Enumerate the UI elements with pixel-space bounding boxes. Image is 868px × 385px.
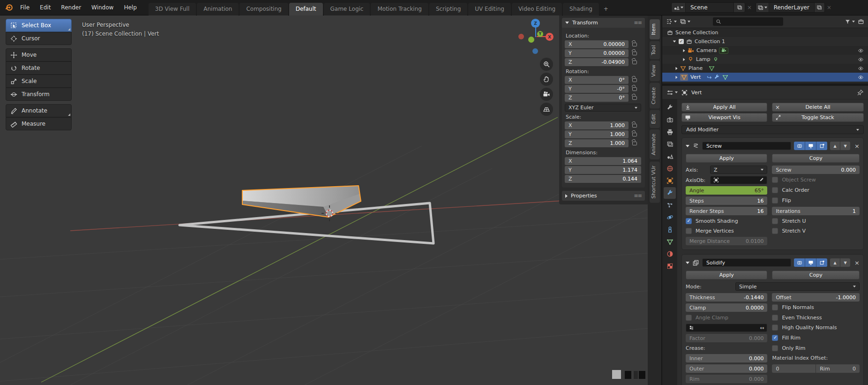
object-data-tab[interactable] xyxy=(664,236,676,248)
render-tab[interactable] xyxy=(664,114,676,126)
move-modifier-down-button[interactable]: ▼ xyxy=(840,142,850,150)
scale-y-field[interactable]: Y1.000 xyxy=(565,130,629,138)
screw-realtime-toggle[interactable] xyxy=(805,142,816,150)
material-tab[interactable] xyxy=(664,248,676,260)
scene-icon[interactable] xyxy=(672,3,686,12)
apply-all-button[interactable]: Apply All xyxy=(681,103,767,112)
stretch-u-checkbox[interactable] xyxy=(772,218,778,224)
workspace-tab-game-logic[interactable]: Game Logic xyxy=(324,3,370,15)
angle-clamp-checkbox[interactable] xyxy=(686,315,692,321)
pin-icon[interactable] xyxy=(857,89,864,96)
scene-tab[interactable] xyxy=(664,151,676,162)
outliner-row-collection-1[interactable]: ✓ Collection 1 xyxy=(662,37,868,46)
even-thickness-checkbox[interactable] xyxy=(772,315,778,321)
hide-eye-icon[interactable] xyxy=(857,48,864,53)
crease-inner-field[interactable]: Inner0.000 xyxy=(686,354,767,362)
remove-modifier-button[interactable]: × xyxy=(854,259,860,266)
tool-move[interactable]: Move xyxy=(6,48,72,61)
navigation-gizmo[interactable]: Z X Y xyxy=(509,16,560,68)
smooth-shading-checkbox[interactable] xyxy=(686,218,692,224)
panel-grip-icon[interactable]: ≡≡ xyxy=(634,20,642,26)
material-rim-offset-field[interactable]: Rim0 xyxy=(816,364,860,373)
gizmo-z-ball[interactable]: Z xyxy=(531,19,540,28)
workspace-tab-3d-view-full[interactable]: 3D View Full xyxy=(149,3,196,15)
stretch-v-checkbox[interactable] xyxy=(772,228,778,234)
lock-icon[interactable] xyxy=(632,124,637,128)
gizmo-y-ball[interactable]: Y xyxy=(537,31,543,37)
gizmo-z-neg-ball[interactable] xyxy=(532,48,538,54)
lock-icon[interactable] xyxy=(632,87,637,91)
ortho-toggle-button[interactable] xyxy=(540,103,553,116)
invert-vgroup-icon[interactable]: ↔ xyxy=(760,325,764,331)
tool-select-box[interactable]: Select Box xyxy=(6,19,72,32)
lock-icon[interactable] xyxy=(632,142,637,145)
location-z-field[interactable]: Z-0.04900 xyxy=(565,58,629,66)
disclosure-triangle-icon[interactable] xyxy=(676,67,678,69)
pan-button[interactable] xyxy=(540,73,553,86)
outliner-row-scene-collection[interactable]: Scene Collection xyxy=(662,28,868,37)
swatch-dark-1[interactable] xyxy=(625,371,631,379)
object-tab[interactable] xyxy=(664,175,676,187)
transform-panel-header[interactable]: Transform ≡≡ xyxy=(562,18,645,28)
screw-screw-field[interactable]: Screw0.000 xyxy=(772,166,860,174)
texture-tab[interactable] xyxy=(664,260,676,272)
flip-normals-checkbox[interactable] xyxy=(772,304,778,310)
sidebar-tab-view[interactable]: View xyxy=(650,60,660,81)
hide-eye-icon[interactable] xyxy=(857,66,864,71)
move-modifier-down-button[interactable]: ▼ xyxy=(840,258,850,267)
gizmo-x-ball[interactable]: X xyxy=(546,33,554,41)
screw-copy-button[interactable]: Copy xyxy=(772,154,860,163)
sidebar-tab-item[interactable]: Item xyxy=(650,19,660,39)
menu-edit[interactable]: Edit xyxy=(35,0,56,15)
dimensions-x-field[interactable]: X1.064 xyxy=(565,157,641,165)
particles-tab[interactable] xyxy=(664,199,676,211)
high-quality-normals-checkbox[interactable] xyxy=(772,325,778,331)
expand-arrow-icon[interactable] xyxy=(686,145,689,147)
scene-new-copy-button[interactable] xyxy=(733,3,745,12)
fill-rim-checkbox[interactable] xyxy=(772,335,778,341)
tool-scale[interactable]: Scale xyxy=(6,75,72,88)
screw-name-field[interactable]: Screw xyxy=(702,142,791,150)
workspace-tab-motion-tracking[interactable]: Motion Tracking xyxy=(371,3,428,15)
menu-render[interactable]: Render xyxy=(56,0,86,15)
3d-viewport[interactable]: User Perspective (17) Scene Collection |… xyxy=(0,15,661,385)
blender-logo[interactable] xyxy=(0,3,15,12)
render-layer-unlink-button[interactable]: × xyxy=(827,4,831,11)
solidify-realtime-toggle[interactable] xyxy=(805,258,816,267)
vertex-group-field[interactable]: ↔ xyxy=(686,324,767,332)
lock-icon[interactable] xyxy=(632,43,637,46)
lock-icon[interactable] xyxy=(632,133,637,136)
only-rim-checkbox[interactable] xyxy=(772,345,778,351)
factor-field[interactable]: Factor0.000 xyxy=(686,334,767,342)
workspace-tab-shading[interactable]: Shading xyxy=(563,3,599,15)
new-collection-button[interactable] xyxy=(858,18,864,25)
flip-checkbox[interactable] xyxy=(772,197,778,204)
outliner-filter-display-dropdown[interactable] xyxy=(680,18,690,25)
modifiers-tab[interactable] xyxy=(664,187,676,199)
swatch-light[interactable] xyxy=(612,370,621,379)
merge-distance-field[interactable]: Merge Distance0.0100 xyxy=(686,237,767,245)
solidify-mode-dropdown[interactable]: Simple xyxy=(735,282,860,291)
calc-order-checkbox[interactable] xyxy=(772,187,778,193)
hide-eye-icon[interactable] xyxy=(857,75,864,80)
tool-transform[interactable]: Transform xyxy=(6,88,72,101)
tool-settings-tab[interactable] xyxy=(664,102,676,113)
lock-icon[interactable] xyxy=(632,60,637,64)
menu-help[interactable]: Help xyxy=(119,0,142,15)
rotation-z-field[interactable]: Z0° xyxy=(565,94,629,102)
crease-rim-field[interactable]: Rim0.000 xyxy=(686,375,767,383)
move-modifier-up-button[interactable]: ▲ xyxy=(830,258,840,267)
sidebar-tab-animate[interactable]: Animate xyxy=(650,129,660,159)
clamp-field[interactable]: Clamp0.0000 xyxy=(686,303,767,312)
workspace-tab-animation[interactable]: Animation xyxy=(197,3,239,15)
disclosure-triangle-icon[interactable] xyxy=(673,41,676,43)
dimensions-y-field[interactable]: Y1.174 xyxy=(565,166,641,174)
editor-type-dropdown[interactable] xyxy=(666,89,678,96)
location-y-field[interactable]: Y0.00000 xyxy=(565,49,629,57)
outliner-row-plane[interactable]: Plane xyxy=(662,64,868,73)
output-tab[interactable] xyxy=(664,126,676,138)
constraints-tab[interactable] xyxy=(664,224,676,235)
screw-axis-object-field[interactable] xyxy=(710,176,767,184)
scale-x-field[interactable]: X1.000 xyxy=(565,121,629,129)
lock-icon[interactable] xyxy=(632,96,637,100)
